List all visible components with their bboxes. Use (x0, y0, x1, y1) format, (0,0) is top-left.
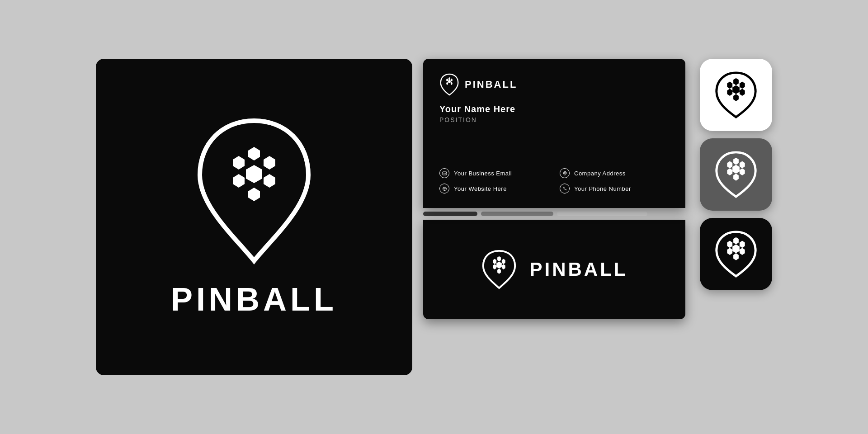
svg-marker-23 (497, 269, 501, 274)
svg-marker-2 (264, 156, 275, 170)
svg-marker-22 (493, 259, 496, 264)
svg-marker-1 (248, 147, 260, 160)
app-icon-gray (700, 138, 772, 211)
svg-marker-40 (740, 241, 745, 248)
contact-email-text: Your Business Email (454, 170, 512, 177)
card-person-info: Your Name Here POSITION (439, 104, 669, 123)
contact-phone-text: Your Phone Number (574, 185, 631, 192)
svg-marker-21 (493, 264, 496, 269)
contact-address-text: Company Address (574, 170, 626, 177)
svg-marker-39 (733, 237, 739, 245)
svg-marker-41 (740, 248, 745, 255)
logo-square: PINBALL (96, 59, 412, 375)
svg-marker-31 (732, 165, 740, 174)
svg-marker-26 (740, 82, 745, 89)
app-icon-white (700, 59, 772, 131)
svg-marker-25 (733, 78, 739, 85)
app-icon-black-svg (713, 229, 759, 279)
phone-icon (560, 184, 570, 193)
card-separator (423, 208, 685, 220)
svg-marker-27 (740, 89, 745, 96)
svg-rect-13 (443, 172, 447, 175)
email-icon (439, 168, 449, 178)
svg-marker-24 (732, 85, 740, 94)
sep-tab-light (557, 212, 647, 216)
card-position: POSITION (439, 116, 669, 123)
contact-address: Company Address (560, 168, 669, 178)
card-back-logo-svg (481, 249, 517, 290)
contact-email: Your Business Email (439, 168, 549, 178)
contact-website-text: Your Website Here (454, 185, 507, 192)
card-contact-grid: Your Business Email Company Address Your… (439, 168, 669, 193)
logo-title-large: PINBALL (171, 281, 337, 318)
svg-marker-19 (501, 259, 505, 264)
svg-marker-35 (727, 168, 732, 175)
svg-marker-30 (733, 94, 739, 101)
svg-marker-9 (451, 79, 453, 82)
card-brand-name: PINBALL (465, 79, 517, 90)
svg-marker-20 (501, 264, 505, 269)
svg-marker-29 (727, 82, 732, 89)
svg-marker-10 (451, 82, 453, 85)
card-back-title: PINBALL (530, 259, 628, 280)
svg-marker-44 (733, 253, 739, 260)
business-card-back: PINBALL (423, 220, 685, 319)
svg-marker-7 (448, 80, 451, 83)
app-icon-gray-svg (713, 150, 759, 199)
icons-column (700, 59, 772, 290)
app-icon-white-svg (713, 70, 759, 120)
svg-marker-32 (733, 158, 739, 165)
card-person-name: Your Name Here (439, 104, 669, 114)
cards-column: PINBALL Your Name Here POSITION Your Bus… (423, 59, 685, 319)
svg-marker-42 (727, 248, 732, 255)
location-icon (560, 168, 570, 178)
svg-marker-28 (727, 89, 732, 96)
svg-marker-12 (446, 79, 448, 82)
svg-marker-17 (496, 261, 502, 269)
logo-large-svg (186, 116, 322, 270)
sep-tab-mid (481, 212, 553, 216)
business-card-front: PINBALL Your Name Here POSITION Your Bus… (423, 59, 685, 208)
main-container: PINBALL PINBALL Your Name Here (85, 48, 783, 386)
svg-point-14 (564, 172, 566, 174)
svg-marker-3 (264, 174, 275, 188)
svg-marker-33 (740, 161, 745, 169)
svg-marker-5 (233, 156, 245, 170)
svg-marker-38 (732, 244, 740, 253)
app-icon-black (700, 218, 772, 290)
contact-website: Your Website Here (439, 184, 549, 193)
card-header: PINBALL (439, 73, 669, 96)
card-logo-icon (439, 73, 459, 96)
globe-icon (439, 184, 449, 193)
svg-marker-37 (733, 174, 739, 181)
sep-tab-dark (423, 212, 477, 216)
svg-marker-8 (448, 77, 450, 80)
contact-phone: Your Phone Number (560, 184, 669, 193)
svg-marker-11 (446, 82, 448, 85)
svg-marker-43 (727, 241, 732, 248)
svg-marker-18 (497, 256, 501, 262)
svg-marker-0 (246, 165, 262, 183)
svg-marker-36 (727, 161, 732, 169)
svg-marker-6 (248, 188, 260, 201)
svg-marker-4 (233, 174, 245, 188)
svg-marker-34 (740, 168, 745, 175)
